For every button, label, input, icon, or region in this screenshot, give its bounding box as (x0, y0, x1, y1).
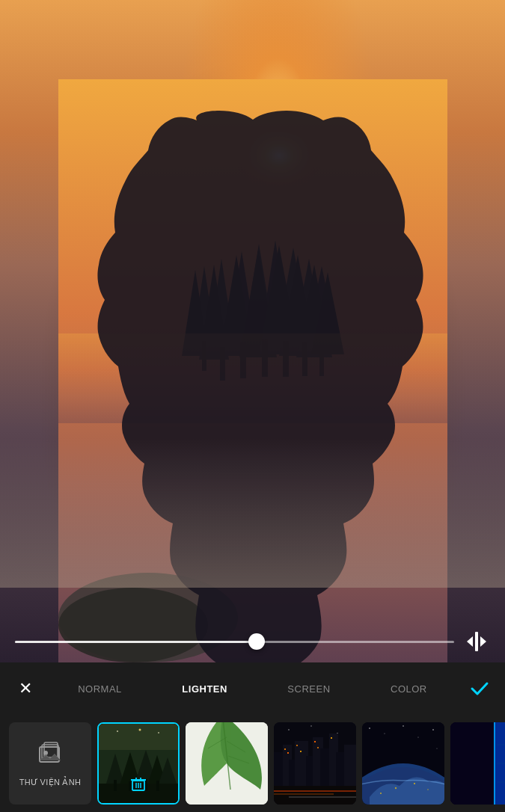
slider-container (15, 628, 490, 655)
svg-point-65 (288, 729, 290, 731)
svg-point-97 (395, 787, 397, 789)
thumbnail-forest[interactable] (97, 722, 180, 805)
slider-track[interactable] (15, 641, 454, 643)
svg-rect-84 (331, 737, 332, 739)
photo-strip: THƯ VIỆN ẢNH (0, 715, 505, 812)
confirm-button[interactable] (463, 672, 496, 705)
svg-rect-80 (296, 745, 298, 746)
thumbnail-delete-icon[interactable] (130, 776, 147, 797)
svg-marker-30 (467, 636, 473, 647)
svg-rect-82 (314, 741, 316, 742)
library-label: THƯ VIỆN ẢNH (19, 778, 82, 787)
library-icon (37, 739, 64, 772)
blend-mode-normal[interactable]: NORMAL (73, 677, 126, 701)
slider-thumb[interactable] (248, 633, 265, 650)
slider-fill (15, 641, 257, 643)
svg-rect-38 (99, 724, 180, 750)
svg-point-92 (403, 725, 404, 727)
svg-point-91 (385, 733, 385, 734)
svg-marker-31 (480, 636, 486, 647)
svg-rect-29 (475, 632, 478, 651)
photo-area (0, 0, 505, 662)
thumbnail-leaf[interactable] (186, 722, 268, 805)
svg-rect-81 (300, 751, 302, 752)
svg-point-95 (437, 748, 438, 749)
svg-point-99 (427, 789, 429, 790)
blend-mode-screen[interactable]: SCREEN (283, 677, 334, 701)
svg-rect-48 (114, 780, 117, 791)
svg-rect-105 (494, 722, 495, 805)
app-container: ✕ NORMAL LIGHTEN SCREEN COLOR (0, 0, 505, 812)
svg-rect-78 (284, 748, 286, 750)
svg-point-41 (158, 732, 159, 733)
svg-point-96 (380, 793, 382, 794)
svg-rect-111 (450, 722, 492, 805)
svg-rect-83 (317, 747, 319, 748)
svg-point-98 (414, 783, 415, 784)
compare-icon[interactable] (463, 628, 490, 655)
svg-point-90 (369, 728, 370, 729)
svg-point-94 (432, 729, 434, 731)
svg-point-40 (139, 729, 141, 731)
blend-mode-color[interactable]: COLOR (386, 677, 432, 701)
close-button[interactable]: ✕ (9, 672, 42, 705)
fog-overlay (0, 438, 505, 588)
svg-point-39 (117, 731, 118, 732)
svg-rect-79 (287, 752, 289, 754)
thumbnail-city[interactable] (274, 722, 356, 805)
thumbnail-neon[interactable] (450, 722, 505, 805)
blend-mode-lighten[interactable]: LIGHTEN (177, 677, 232, 701)
library-button[interactable]: THƯ VIỆN ẢNH (9, 722, 91, 805)
svg-rect-85 (274, 786, 356, 805)
svg-point-93 (418, 737, 419, 738)
svg-point-66 (310, 725, 312, 727)
thumbnail-space[interactable] (362, 722, 444, 805)
blend-modes-list: NORMAL LIGHTEN SCREEN COLOR (42, 677, 463, 701)
blend-mode-toolbar: ✕ NORMAL LIGHTEN SCREEN COLOR (0, 662, 505, 715)
svg-rect-51 (156, 781, 159, 791)
